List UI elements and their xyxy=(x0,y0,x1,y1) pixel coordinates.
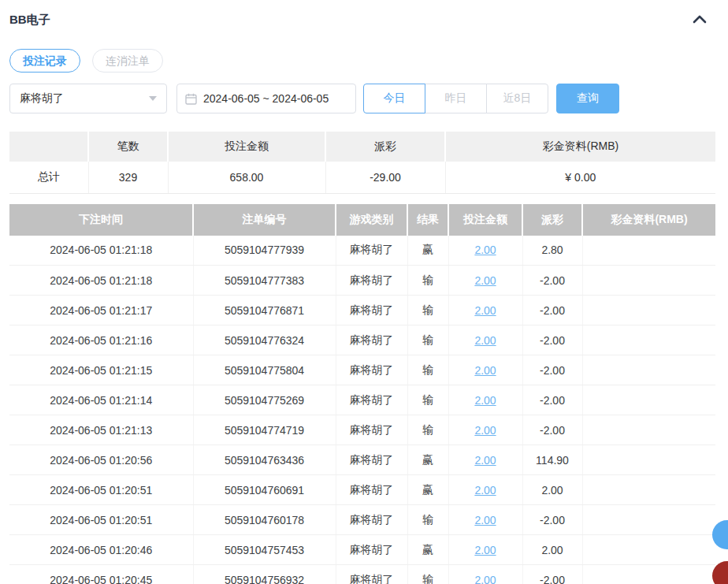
bet-records-panel: BB电子 投注记录 连消注单 麻将胡了 2024-06-05 ~ 2024-06… xyxy=(0,0,728,584)
table-row: 2024-06-05 01:21:165059104776324麻将胡了输2.0… xyxy=(9,325,715,355)
date-range-input[interactable]: 2024-06-05 ~ 2024-06-05 xyxy=(176,84,356,113)
collapse-panel-button[interactable] xyxy=(690,13,709,28)
bet-amount-link[interactable]: 2.00 xyxy=(474,364,496,377)
bet-amount-cell: 2.00 xyxy=(448,415,522,445)
query-button[interactable]: 查询 xyxy=(556,84,619,113)
payout-cell: -2.00 xyxy=(522,385,582,415)
order-number-cell: 5059104763436 xyxy=(193,445,336,475)
order-number-cell: 5059104775804 xyxy=(193,355,336,385)
bet-amount-link[interactable]: 2.00 xyxy=(474,484,496,497)
bet-amount-cell: 2.00 xyxy=(448,475,522,505)
game-type-cell: 麻将胡了 xyxy=(336,535,407,565)
col-header-order-number: 注单编号 xyxy=(193,204,336,236)
payout-cell: -2.00 xyxy=(522,296,582,325)
jackpot-cell xyxy=(582,385,715,415)
summary-table: 笔数 投注金额 派彩 彩金资料(RMB) 总计 329 658.00 -29.0… xyxy=(9,132,715,194)
order-number-cell: 5059104775269 xyxy=(193,385,336,415)
bet-time-cell: 2024-06-05 01:20:45 xyxy=(9,565,193,584)
bet-amount-cell: 2.00 xyxy=(448,445,522,475)
bet-time-cell: 2024-06-05 01:20:46 xyxy=(9,535,193,565)
order-number-cell: 5059104756932 xyxy=(193,565,336,584)
col-header-game-type: 游戏类别 xyxy=(336,204,407,236)
jackpot-cell xyxy=(582,415,715,445)
result-cell: 输 xyxy=(407,296,448,325)
jackpot-cell xyxy=(582,475,715,505)
bet-amount-link[interactable]: 2.00 xyxy=(474,244,496,256)
jackpot-cell xyxy=(582,296,715,325)
bet-amount-link[interactable]: 2.00 xyxy=(474,424,496,437)
tab-bet-records[interactable]: 投注记录 xyxy=(9,49,80,73)
bet-amount-link[interactable]: 2.00 xyxy=(474,274,496,287)
result-cell: 赢 xyxy=(407,475,448,505)
payout-cell: -2.00 xyxy=(522,325,582,355)
bet-amount-link[interactable]: 2.00 xyxy=(474,334,496,347)
game-type-cell: 麻将胡了 xyxy=(336,475,407,505)
result-cell: 输 xyxy=(407,266,448,296)
bet-time-cell: 2024-06-05 01:21:18 xyxy=(9,236,193,266)
date-range-value: 2024-06-05 ~ 2024-06-05 xyxy=(203,92,329,105)
game-type-cell: 麻将胡了 xyxy=(336,565,407,584)
jackpot-cell xyxy=(582,236,715,266)
order-number-cell: 5059104776324 xyxy=(193,325,336,355)
summary-jackpot-value: ¥ 0.00 xyxy=(445,162,715,193)
payout-cell: 114.90 xyxy=(522,445,582,475)
bet-amount-cell: 2.00 xyxy=(448,565,522,584)
payout-cell: -2.00 xyxy=(522,505,582,535)
tab-cancelled-orders[interactable]: 连消注单 xyxy=(92,49,163,73)
bet-time-cell: 2024-06-05 01:21:17 xyxy=(9,296,193,325)
bet-table-body: 2024-06-05 01:21:185059104777939麻将胡了赢2.0… xyxy=(9,236,715,584)
bet-time-cell: 2024-06-05 01:20:51 xyxy=(9,505,193,535)
calendar-icon xyxy=(185,93,197,105)
game-type-cell: 麻将胡了 xyxy=(336,505,407,535)
bet-amount-link[interactable]: 2.00 xyxy=(474,304,496,317)
panel-header: BB电子 xyxy=(9,13,715,28)
order-number-cell: 5059104777383 xyxy=(193,266,336,296)
bet-amount-cell: 2.00 xyxy=(448,325,522,355)
summary-header-bet-amount: 投注金额 xyxy=(168,132,325,162)
payout-cell: 2.00 xyxy=(522,535,582,565)
bet-table-header-row: 下注时间 注单编号 游戏类别 结果 投注金额 派彩 彩金资料(RMB) xyxy=(9,204,715,236)
last-8-days-button[interactable]: 近8日 xyxy=(486,84,548,113)
bet-time-cell: 2024-06-05 01:20:51 xyxy=(9,475,193,505)
jackpot-cell xyxy=(582,445,715,475)
bet-amount-link[interactable]: 2.00 xyxy=(474,394,496,407)
table-row: 2024-06-05 01:21:135059104774719麻将胡了输2.0… xyxy=(9,415,715,445)
col-header-jackpot: 彩金资料(RMB) xyxy=(582,204,715,236)
yesterday-button[interactable]: 昨日 xyxy=(425,84,487,113)
table-row: 2024-06-05 01:21:145059104775269麻将胡了输2.0… xyxy=(9,385,715,415)
bet-amount-cell: 2.00 xyxy=(448,535,522,565)
chevron-up-icon xyxy=(693,14,707,26)
bet-amount-cell: 2.00 xyxy=(448,505,522,535)
col-header-result: 结果 xyxy=(407,204,448,236)
jackpot-cell xyxy=(582,505,715,535)
page-title: BB电子 xyxy=(9,13,50,28)
table-row: 2024-06-05 01:20:455059104756932麻将胡了输2.0… xyxy=(9,565,715,584)
summary-header-count: 笔数 xyxy=(88,132,168,162)
col-header-payout: 派彩 xyxy=(522,204,582,236)
table-row: 2024-06-05 01:21:185059104777383麻将胡了输2.0… xyxy=(9,266,715,296)
summary-header-blank xyxy=(9,132,88,162)
game-type-cell: 麻将胡了 xyxy=(336,325,407,355)
bet-records-table: 下注时间 注单编号 游戏类别 结果 投注金额 派彩 彩金资料(RMB) 2024… xyxy=(9,204,715,584)
payout-cell: -2.00 xyxy=(522,415,582,445)
payout-cell: -2.00 xyxy=(522,266,582,296)
bet-time-cell: 2024-06-05 01:21:14 xyxy=(9,385,193,415)
game-select[interactable]: 麻将胡了 xyxy=(9,84,167,113)
summary-count-value: 329 xyxy=(88,162,168,193)
result-cell: 输 xyxy=(407,325,448,355)
payout-cell: -2.00 xyxy=(522,565,582,584)
game-select-value: 麻将胡了 xyxy=(20,91,149,106)
bet-time-cell: 2024-06-05 01:20:56 xyxy=(9,445,193,475)
result-cell: 赢 xyxy=(407,236,448,266)
game-type-cell: 麻将胡了 xyxy=(336,415,407,445)
bet-amount-link[interactable]: 2.00 xyxy=(474,544,496,556)
result-cell: 赢 xyxy=(407,445,448,475)
bet-amount-link[interactable]: 2.00 xyxy=(474,514,496,526)
jackpot-cell xyxy=(582,266,715,296)
bet-time-cell: 2024-06-05 01:21:15 xyxy=(9,355,193,385)
bet-amount-link[interactable]: 2.00 xyxy=(474,574,496,584)
quick-date-button-group: 今日 昨日 近8日 xyxy=(363,84,548,113)
bet-amount-link[interactable]: 2.00 xyxy=(474,454,496,467)
table-row: 2024-06-05 01:20:465059104757453麻将胡了赢2.0… xyxy=(9,535,715,565)
today-button[interactable]: 今日 xyxy=(363,84,425,113)
